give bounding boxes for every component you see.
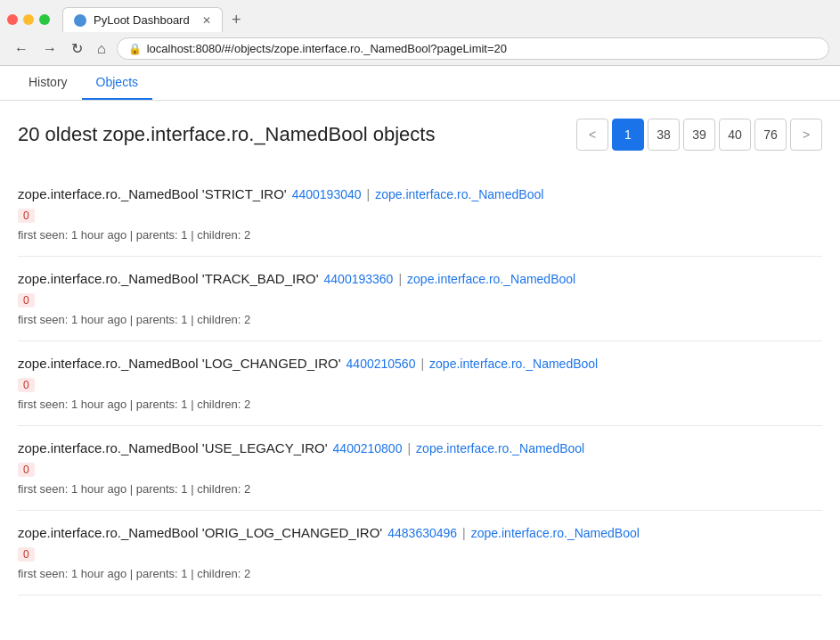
tab-title: PyLoot Dashboard: [94, 13, 190, 27]
object-address-link[interactable]: 4400193360: [324, 272, 394, 286]
object-title-row: zope.interface.ro._NamedBool 'TRACK_BAD_…: [18, 271, 822, 286]
object-address-link[interactable]: 4483630496: [387, 526, 457, 540]
list-item: zope.interface.ro._NamedBool 'USE_LEGACY…: [18, 426, 822, 511]
object-address-link[interactable]: 4400193040: [292, 187, 362, 201]
page-title: 20 oldest zope.interface.ro._NamedBool o…: [18, 123, 435, 146]
browser-chrome: PyLoot Dashboard ✕ + ← → ↻ ⌂ 🔒 localhost…: [0, 0, 840, 66]
list-item: zope.interface.ro._NamedBool 'LOG_CHANGE…: [18, 341, 822, 426]
security-icon: 🔒: [128, 43, 142, 55]
separator: |: [407, 441, 411, 455]
object-address-link[interactable]: 4400210560: [347, 357, 416, 371]
ref-count-badge: 0: [18, 547, 35, 562]
address-bar-row: ← → ↻ ⌂ 🔒 localhost:8080/#/objects/zope.…: [0, 32, 840, 65]
url-display: localhost:8080/#/objects/zope.interface.…: [147, 42, 507, 55]
object-list: zope.interface.ro._NamedBool 'STRICT_IRO…: [18, 172, 822, 595]
object-type-link[interactable]: zope.interface.ro._NamedBool: [407, 272, 575, 286]
home-button[interactable]: ⌂: [94, 39, 110, 59]
object-type-link[interactable]: zope.interface.ro._NamedBool: [429, 357, 598, 371]
object-meta: first seen: 1 hour ago | parents: 1 | ch…: [18, 398, 822, 411]
pagination-next-button[interactable]: >: [790, 119, 822, 151]
new-tab-button[interactable]: +: [226, 11, 247, 29]
object-name: zope.interface.ro._NamedBool 'TRACK_BAD_…: [18, 271, 319, 286]
page-header: 20 oldest zope.interface.ro._NamedBool o…: [18, 119, 822, 151]
object-title-row: zope.interface.ro._NamedBool 'USE_LEGACY…: [18, 440, 822, 455]
list-item: zope.interface.ro._NamedBool 'TRACK_BAD_…: [18, 257, 822, 341]
pagination-page-button[interactable]: 39: [683, 119, 715, 151]
list-item: zope.interface.ro._NamedBool 'STRICT_IRO…: [18, 172, 822, 257]
ref-count-badge: 0: [18, 293, 35, 308]
list-item: zope.interface.ro._NamedBool 'ORIG_LOG_C…: [18, 511, 822, 595]
object-name: zope.interface.ro._NamedBool 'USE_LEGACY…: [18, 440, 328, 455]
pagination: < 138394076>: [576, 119, 822, 151]
separator: |: [420, 357, 424, 371]
object-meta: first seen: 1 hour ago | parents: 1 | ch…: [18, 228, 822, 242]
object-type-link[interactable]: zope.interface.ro._NamedBool: [375, 187, 543, 201]
minimize-window-button[interactable]: [23, 14, 34, 25]
browser-tab[interactable]: PyLoot Dashboard ✕: [62, 7, 223, 32]
tab-favicon-icon: [74, 14, 86, 27]
close-tab-button[interactable]: ✕: [202, 14, 211, 27]
object-type-link[interactable]: zope.interface.ro._NamedBool: [471, 526, 640, 540]
tab-bar: PyLoot Dashboard ✕ +: [0, 0, 840, 32]
pagination-page-button[interactable]: 76: [754, 119, 787, 151]
pagination-page-button[interactable]: 38: [648, 119, 680, 151]
separator: |: [398, 272, 402, 286]
pagination-prev-button[interactable]: <: [576, 119, 608, 151]
object-address-link[interactable]: 4400210800: [333, 441, 403, 455]
forward-button[interactable]: →: [39, 39, 61, 59]
tab-history[interactable]: History: [14, 66, 82, 100]
pagination-page-button[interactable]: 1: [612, 119, 644, 151]
object-title-row: zope.interface.ro._NamedBool 'ORIG_LOG_C…: [18, 525, 822, 540]
page-tabs: History Objects: [0, 66, 840, 101]
reload-button[interactable]: ↻: [68, 38, 86, 59]
close-window-button[interactable]: [7, 14, 18, 25]
separator: |: [462, 526, 466, 540]
ref-count-badge: 0: [18, 378, 35, 392]
object-title-row: zope.interface.ro._NamedBool 'STRICT_IRO…: [18, 186, 822, 201]
ref-count-badge: 0: [18, 463, 35, 477]
address-bar[interactable]: 🔒 localhost:8080/#/objects/zope.interfac…: [117, 37, 829, 60]
object-title-row: zope.interface.ro._NamedBool 'LOG_CHANGE…: [18, 356, 822, 371]
object-meta: first seen: 1 hour ago | parents: 1 | ch…: [18, 482, 822, 496]
object-meta: first seen: 1 hour ago | parents: 1 | ch…: [18, 313, 822, 326]
ref-count-badge: 0: [18, 209, 35, 223]
window-controls: [7, 14, 50, 25]
main-content: 20 oldest zope.interface.ro._NamedBool o…: [0, 101, 840, 613]
object-type-link[interactable]: zope.interface.ro._NamedBool: [416, 441, 584, 455]
object-meta: first seen: 1 hour ago | parents: 1 | ch…: [18, 567, 822, 580]
tab-objects[interactable]: Objects: [82, 66, 152, 100]
object-name: zope.interface.ro._NamedBool 'LOG_CHANGE…: [18, 356, 341, 371]
object-name: zope.interface.ro._NamedBool 'STRICT_IRO…: [18, 186, 287, 201]
pagination-page-button[interactable]: 40: [719, 119, 751, 151]
object-name: zope.interface.ro._NamedBool 'ORIG_LOG_C…: [18, 525, 382, 540]
separator: |: [367, 187, 371, 201]
back-button[interactable]: ←: [11, 39, 32, 59]
maximize-window-button[interactable]: [39, 14, 50, 25]
